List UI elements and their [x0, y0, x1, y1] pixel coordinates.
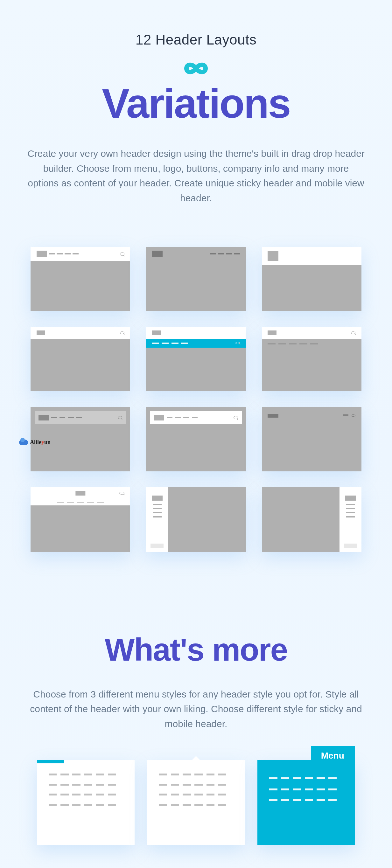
section-description: Create your very own header design using…	[27, 146, 365, 206]
menu-tab-label: Menu	[321, 751, 344, 761]
section2-description: Choose from 3 different menu styles for …	[27, 687, 365, 732]
header-layouts-grid	[21, 247, 371, 552]
layout-thumb-9	[262, 407, 361, 471]
layout-thumb-11	[146, 487, 246, 552]
layout-thumb-2	[146, 247, 246, 311]
menu-style-2	[147, 760, 245, 845]
cloud-icon	[19, 440, 28, 445]
menu-styles-grid: Menu	[21, 760, 371, 845]
menu-style-3: Menu	[258, 760, 355, 845]
watermark-alileyun: Alileyun	[19, 439, 51, 445]
watermark-left-text: Alileyun	[30, 439, 51, 445]
layout-thumb-6	[262, 327, 361, 391]
layout-thumb-10	[31, 487, 130, 552]
layout-thumb-4	[31, 327, 130, 391]
layout-thumb-8	[146, 407, 246, 471]
layout-thumb-12	[262, 487, 361, 552]
layout-thumb-1	[31, 247, 130, 311]
menu-style-1	[37, 760, 134, 845]
section-pretitle: 12 Header Layouts	[21, 32, 371, 48]
section-title: Variations	[21, 83, 371, 124]
infinity-icon	[21, 57, 371, 80]
layout-thumb-5	[146, 327, 246, 391]
section2-title: What's more	[21, 631, 371, 668]
layout-thumb-3	[262, 247, 361, 311]
